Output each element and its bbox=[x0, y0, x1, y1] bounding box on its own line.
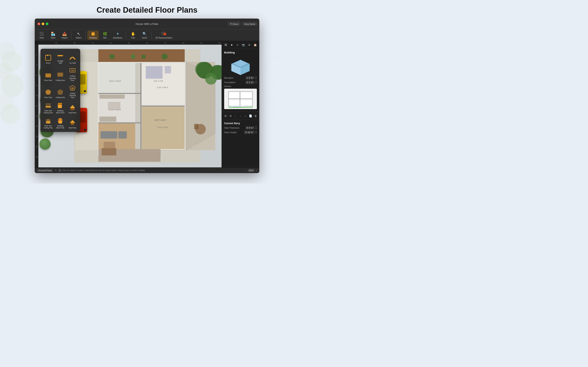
foundation-value[interactable]: 2' 1 ⅛" bbox=[245, 81, 255, 84]
story-height-stepper[interactable]: ▲ ▼ bbox=[255, 131, 257, 134]
rp-layers-button[interactable] bbox=[223, 42, 228, 48]
toolbar-view-label: View bbox=[39, 37, 44, 39]
rp-camera-button[interactable]: 📷 bbox=[241, 42, 246, 48]
slab-down[interactable]: ▼ bbox=[255, 128, 257, 129]
bm-item-floor-rect[interactable]: Floor Rect bbox=[43, 66, 54, 82]
bm-item-ceiling-rect[interactable]: Ceiling Rect bbox=[55, 66, 66, 82]
elevation-field: Elevation 1' 5 ⅝" ▲ ▼ bbox=[224, 76, 257, 80]
svg-point-105 bbox=[57, 55, 58, 56]
bm-item-building-block-rect[interactable]: Building Block Rect bbox=[55, 100, 66, 115]
svg-rect-122 bbox=[45, 104, 51, 105]
svg-text:4: 4 bbox=[36, 65, 37, 66]
stories-label: Stories bbox=[224, 85, 257, 87]
site-icon: 🌿 bbox=[103, 31, 107, 36]
svg-point-5 bbox=[0, 104, 20, 124]
rp-house-button[interactable]: 🏠 bbox=[252, 42, 258, 48]
foundation-down[interactable]: ▼ bbox=[255, 82, 257, 84]
bm-item-roof-rect[interactable]: Roof Rect bbox=[67, 100, 78, 115]
svg-marker-125 bbox=[58, 103, 62, 104]
fullscreen-button[interactable] bbox=[46, 23, 48, 25]
story-height-down[interactable]: ▼ bbox=[255, 132, 257, 134]
svg-point-2 bbox=[0, 63, 12, 80]
rp-trash-button[interactable]: 🗑 bbox=[253, 113, 258, 118]
svg-rect-63 bbox=[98, 63, 140, 94]
toolbar-building[interactable]: Building bbox=[87, 31, 99, 40]
rp-move-up-button[interactable]: ↑ bbox=[233, 113, 238, 118]
slab-thickness-stepper[interactable]: ▲ ▼ bbox=[255, 126, 257, 129]
toolbar-view[interactable]: ⬛ View bbox=[36, 31, 47, 40]
svg-point-91 bbox=[109, 54, 114, 59]
bm-room-label: Room bbox=[46, 62, 51, 64]
svg-text:10: 10 bbox=[36, 95, 37, 96]
svg-marker-126 bbox=[70, 105, 75, 108]
view-mode-button[interactable]: View Mode bbox=[242, 22, 257, 26]
svg-rect-114 bbox=[71, 70, 74, 71]
foundation-stepper[interactable]: ▲ ▼ bbox=[255, 81, 257, 84]
minimize-button[interactable] bbox=[42, 23, 44, 25]
toolbar-store[interactable]: 🏪 Store bbox=[48, 31, 58, 40]
foundation-up[interactable]: ▲ bbox=[255, 81, 257, 82]
rp-object-button[interactable]: ■ bbox=[229, 42, 234, 48]
svg-point-3 bbox=[1, 75, 24, 97]
toolbar-2d[interactable]: 2D Representation bbox=[153, 31, 174, 40]
main-layout: 2 4 6 8 10 12 14 16 18 20 22 bbox=[35, 41, 259, 167]
story-height-value[interactable]: 9' 10 ¾" bbox=[244, 131, 255, 134]
rp-home-button[interactable]: ⌂ bbox=[243, 113, 248, 118]
bm-item-floor-poly[interactable]: Floor Poly bbox=[43, 83, 54, 100]
bm-item-floor-ceiling-poly[interactable]: Floor and Ceiling Poly bbox=[43, 116, 54, 130]
share-button[interactable]: ⬆ Share bbox=[228, 22, 240, 26]
bm-item-building-block-poly[interactable]: Building Block Poly bbox=[55, 116, 66, 130]
elevation-down[interactable]: ▼ bbox=[255, 78, 257, 80]
bm-item-roof-poly[interactable]: Roof Poly bbox=[67, 116, 78, 130]
rp-document-button[interactable]: 📄 bbox=[248, 113, 252, 118]
bm-item-arc-wall[interactable]: Arc Wall bbox=[67, 51, 78, 65]
bm-item-ceiling-poly[interactable]: Ceiling Poly bbox=[55, 83, 66, 100]
svg-rect-14 bbox=[163, 33, 166, 35]
toolbar-site[interactable]: 🌿 Site bbox=[100, 31, 110, 40]
toolbar-separator-1 bbox=[71, 31, 72, 39]
bm-item-ceiling-opening-rect[interactable]: Ceiling Opening Rect bbox=[67, 66, 78, 82]
rp-copy-story-button[interactable]: ⊟ bbox=[228, 113, 233, 118]
toolbar-select-label: Select bbox=[76, 37, 81, 39]
toolbar-pan-label: Pan bbox=[131, 37, 135, 39]
bm-ceiling-opening-poly-label: Ceiling Opening Poly bbox=[68, 92, 77, 99]
rp-pen-button[interactable]: ✏ bbox=[235, 42, 240, 48]
slab-up[interactable]: ▲ bbox=[255, 126, 257, 128]
svg-rect-82 bbox=[100, 131, 117, 139]
toolbar-zoom[interactable]: 🔍 Zoom bbox=[139, 31, 150, 40]
svg-text:80: 80 bbox=[182, 42, 184, 43]
slab-thickness-value[interactable]: 0' 9 ¾" bbox=[245, 126, 255, 129]
floor-plan-canvas[interactable]: 12' 2" × 16' 2" 20' 0" × 16' 2" 7' 6" × … bbox=[38, 45, 222, 167]
svg-text:12: 12 bbox=[36, 105, 37, 107]
right-panel-bottom-toolbar: ⊞ ⊟ ↑ ↓ ⌂ 📄 🗑 bbox=[222, 112, 259, 120]
building-3d-view: T H F E bbox=[224, 56, 257, 76]
canvas-area[interactable]: 10 20 30 40 50 60 70 80 90 100 bbox=[38, 41, 222, 167]
rp-settings-button[interactable]: ⚙ bbox=[247, 42, 252, 48]
toolbar-import[interactable]: 📥 Import bbox=[59, 31, 70, 40]
elevation-value[interactable]: 1' 5 ⅝" bbox=[245, 76, 255, 80]
toolbar-pan[interactable]: ✋ Pan bbox=[128, 31, 138, 40]
bm-item-straight-wall[interactable]: Straight Wall bbox=[55, 51, 66, 65]
toolbar-auxiliaries[interactable]: ✦ Auxiliaries bbox=[111, 31, 125, 40]
story-thumbnail[interactable]: Ground Floor bbox=[224, 89, 257, 109]
elevation-up[interactable]: ▲ bbox=[255, 76, 257, 78]
svg-point-4 bbox=[0, 93, 14, 110]
rp-add-story-button[interactable]: ⊞ bbox=[223, 113, 228, 118]
svg-text:7' 2" × 7' 11": 7' 2" × 7' 11" bbox=[157, 126, 168, 128]
right-panel-toolbar: ■ ✏ 📷 ⚙ 🏠 bbox=[222, 41, 259, 49]
foundation-field: Foundation 2' 1 ⅛" ▲ ▼ bbox=[224, 81, 257, 84]
rp-move-down-button[interactable]: ↓ bbox=[238, 113, 242, 118]
story-height-up[interactable]: ▲ bbox=[255, 131, 257, 132]
elevation-stepper[interactable]: ▲ ▼ bbox=[255, 76, 257, 80]
svg-text:24' 8" × 16' 0": 24' 8" × 16' 0" bbox=[155, 119, 166, 121]
story-height-field: Story Height 9' 10 ¾" ▲ ▼ bbox=[224, 131, 257, 134]
bm-item-ceiling-opening-poly[interactable]: Ceiling Opening Poly bbox=[67, 83, 78, 100]
store-icon: 🏪 bbox=[51, 31, 56, 36]
toolbar-2d-label: 2D Representation bbox=[155, 37, 172, 39]
close-button[interactable] bbox=[38, 23, 40, 25]
bm-item-room[interactable]: Room bbox=[43, 51, 54, 65]
toolbar-select[interactable]: ↖ Select bbox=[73, 31, 84, 40]
svg-text:40: 40 bbox=[110, 42, 112, 43]
bm-item-floor-ceiling-rect[interactable]: Floor and Ceiling Rect bbox=[43, 100, 54, 115]
bm-building-block-rect-label: Building Block Rect bbox=[56, 110, 65, 114]
